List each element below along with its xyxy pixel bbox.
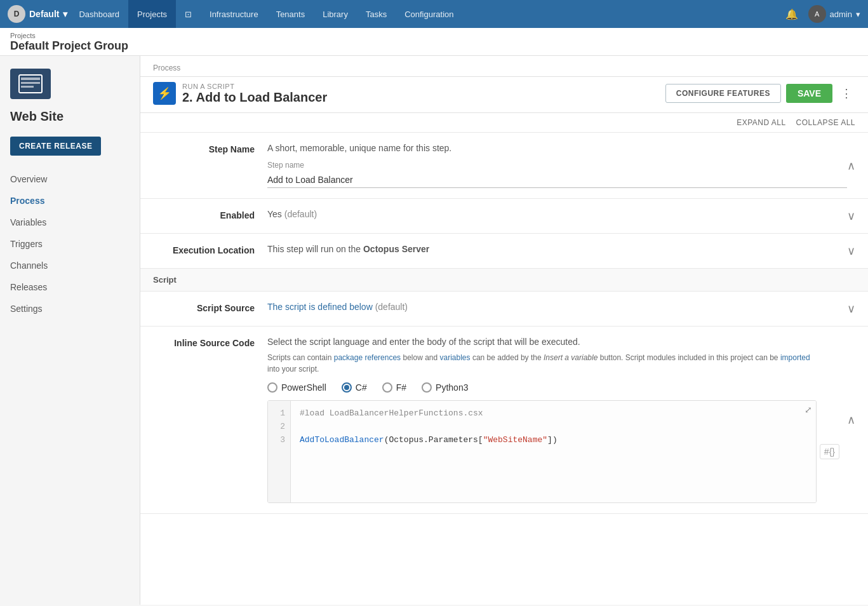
breadcrumb-current: Default Project Group bbox=[10, 39, 858, 53]
nav-right: 🔔 A admin ▾ bbox=[783, 5, 860, 23]
project-name: Web Site bbox=[0, 109, 140, 137]
execution-location-label: Execution Location bbox=[153, 244, 255, 255]
main-layout: Web Site CREATE RELEASE Overview Process… bbox=[0, 56, 868, 605]
inline-source-desc: Select the script language and enter the… bbox=[267, 337, 817, 347]
expand-code-icon[interactable]: ⤢ bbox=[805, 405, 812, 415]
code-line-2 bbox=[300, 421, 807, 434]
language-radio-group: PowerShell C# F# bbox=[267, 382, 817, 393]
script-source-collapse-icon[interactable] bbox=[847, 302, 855, 316]
sidebar-item-triggers[interactable]: Triggers bbox=[0, 233, 140, 255]
line-numbers: 1 2 3 bbox=[268, 401, 291, 502]
enabled-content: Yes (default) bbox=[267, 209, 855, 223]
script-icon: ⚡ bbox=[157, 86, 171, 100]
sidebar-item-channels[interactable]: Channels bbox=[0, 255, 140, 276]
nav-dashboard[interactable]: Dashboard bbox=[70, 0, 128, 28]
step-name-desc: A short, memorable, unique name for this… bbox=[267, 143, 847, 153]
step-title: 2. Add to Load Balancer bbox=[182, 90, 659, 105]
step-actions: CONFIGURE FEATURES SAVE ⋮ bbox=[665, 84, 855, 103]
process-link[interactable]: Process bbox=[153, 64, 180, 72]
save-button[interactable]: SAVE bbox=[786, 84, 832, 103]
sidebar-item-overview[interactable]: Overview bbox=[0, 168, 140, 190]
step-name-label: Step Name bbox=[153, 143, 255, 154]
nav-tenants[interactable]: Tenants bbox=[267, 0, 314, 28]
radio-label-fsharp: F# bbox=[396, 382, 406, 393]
sidebar-item-releases[interactable]: Releases bbox=[0, 276, 140, 298]
sidebar: Web Site CREATE RELEASE Overview Process… bbox=[0, 56, 140, 605]
more-menu-button[interactable]: ⋮ bbox=[838, 84, 855, 102]
enabled-row: Enabled Yes (default) bbox=[140, 199, 868, 234]
nav-configuration[interactable]: Configuration bbox=[396, 0, 462, 28]
bell-icon[interactable]: 🔔 bbox=[783, 5, 801, 23]
brand-logo[interactable]: D Default ▾ bbox=[8, 5, 67, 23]
brand-avatar: D bbox=[8, 5, 25, 23]
enabled-collapse-icon[interactable] bbox=[847, 209, 855, 223]
nav-monitor[interactable]: ⊡ bbox=[176, 0, 201, 28]
nav-infrastructure[interactable]: Infrastructure bbox=[201, 0, 267, 28]
radio-label-csharp: C# bbox=[356, 382, 367, 393]
inline-source-collapse-icon[interactable] bbox=[847, 413, 855, 427]
script-section-header: Script bbox=[140, 269, 868, 292]
step-name-input[interactable] bbox=[267, 172, 847, 188]
line-num-2: 2 bbox=[273, 421, 285, 434]
radio-python3[interactable]: Python3 bbox=[422, 382, 468, 393]
admin-avatar: A bbox=[808, 5, 826, 23]
line-num-3: 3 bbox=[273, 434, 285, 447]
step-info: RUN A SCRIPT 2. Add to Load Balancer bbox=[182, 83, 659, 105]
nav-items: Dashboard Projects ⊡ Infrastructure Tena… bbox=[70, 0, 782, 28]
step-icon: ⚡ bbox=[153, 82, 176, 105]
sidebar-nav: Overview Process Variables Triggers Chan… bbox=[0, 168, 140, 320]
sidebar-item-variables[interactable]: Variables bbox=[0, 212, 140, 233]
imported-link[interactable]: imported bbox=[780, 353, 810, 362]
inline-source-code-row: Inline Source Code Select the script lan… bbox=[140, 327, 868, 514]
code-line-3: AddToLoadBalancer(Octopus.Parameters["We… bbox=[300, 434, 807, 447]
collapse-all-button[interactable]: COLLAPSE ALL bbox=[796, 118, 855, 127]
code-editor-container[interactable]: 1 2 3 #load LoadBalancerHelperFunctions.… bbox=[267, 400, 817, 503]
nav-projects[interactable]: Projects bbox=[128, 0, 176, 28]
admin-label: admin bbox=[830, 10, 852, 19]
variables-link[interactable]: variables bbox=[440, 353, 471, 362]
step-name-row: Step Name A short, memorable, unique nam… bbox=[140, 133, 868, 199]
brand-label: Default bbox=[29, 9, 59, 19]
execution-location-collapse-icon[interactable] bbox=[847, 244, 855, 258]
enabled-label: Enabled bbox=[153, 209, 255, 220]
execution-location-text: This step will run on the bbox=[267, 244, 363, 254]
radio-circle-csharp bbox=[342, 382, 352, 393]
radio-circle-python3 bbox=[422, 382, 432, 393]
enabled-default-text: (default) bbox=[284, 209, 317, 219]
breadcrumb-parent[interactable]: Projects bbox=[10, 32, 858, 39]
configure-features-button[interactable]: CONFIGURE FEATURES bbox=[665, 84, 781, 103]
execution-location-row: Execution Location This step will run on… bbox=[140, 234, 868, 269]
code-editor: 1 2 3 #load LoadBalancerHelperFunctions.… bbox=[268, 401, 816, 502]
radio-label-python3: Python3 bbox=[436, 382, 468, 393]
create-release-button[interactable]: CREATE RELEASE bbox=[10, 137, 101, 156]
admin-chevron: ▾ bbox=[856, 10, 860, 19]
line-num-1: 1 bbox=[273, 407, 285, 421]
script-section-label: Script bbox=[153, 275, 177, 285]
svg-rect-3 bbox=[21, 86, 34, 88]
hash-icon[interactable]: #{} bbox=[820, 444, 839, 459]
script-source-row: Script Source The script is defined belo… bbox=[140, 292, 868, 327]
radio-csharp[interactable]: C# bbox=[342, 382, 367, 393]
sidebar-item-process[interactable]: Process bbox=[0, 190, 140, 212]
breadcrumb: Projects Default Project Group bbox=[0, 28, 868, 56]
radio-powershell[interactable]: PowerShell bbox=[267, 382, 326, 393]
monitor-icon: ⊡ bbox=[185, 10, 192, 19]
code-content: #load LoadBalancerHelperFunctions.csx Ad… bbox=[291, 401, 816, 502]
sidebar-item-settings[interactable]: Settings bbox=[0, 298, 140, 320]
inline-source-label: Inline Source Code bbox=[153, 337, 255, 348]
insert-variable-label: Insert a variable bbox=[544, 353, 598, 362]
radio-fsharp[interactable]: F# bbox=[382, 382, 406, 393]
execution-location-server: Octopus Server bbox=[363, 244, 429, 254]
admin-menu[interactable]: A admin ▾ bbox=[808, 5, 860, 23]
nav-library[interactable]: Library bbox=[314, 0, 357, 28]
expand-all-button[interactable]: EXPAND ALL bbox=[737, 118, 785, 127]
radio-circle-powershell bbox=[267, 382, 277, 393]
execution-location-content: This step will run on the Octopus Server bbox=[267, 244, 855, 258]
step-name-collapse-icon[interactable] bbox=[847, 159, 855, 173]
step-name-sub-label: Step name bbox=[267, 161, 847, 170]
package-references-link[interactable]: package references bbox=[334, 353, 401, 362]
project-icon bbox=[10, 69, 51, 99]
enabled-value: Yes bbox=[267, 209, 282, 219]
script-note-text5: into your script. bbox=[267, 365, 319, 374]
nav-tasks[interactable]: Tasks bbox=[357, 0, 396, 28]
